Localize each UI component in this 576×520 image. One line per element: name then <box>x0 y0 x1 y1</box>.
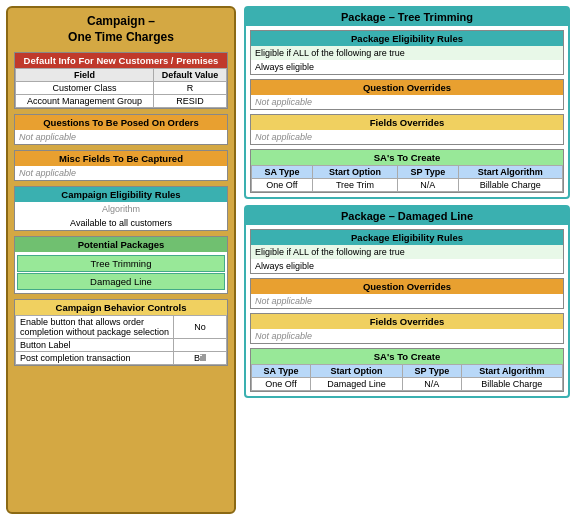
tt-fields: Fields Overrides Not applicable <box>250 114 564 145</box>
col-default-value: Default Value <box>154 69 227 82</box>
dl-questions-content: Not applicable <box>251 294 563 308</box>
behavior-section: Campaign Behavior Controls Enable button… <box>14 299 228 366</box>
dl-eligibility-header: Package Eligibility Rules <box>251 230 563 245</box>
behavior-header: Campaign Behavior Controls <box>15 300 227 315</box>
dl-eligibility: Package Eligibility Rules Eligible if AL… <box>250 229 564 274</box>
eligibility-algorithm-label: Algorithm <box>15 202 227 216</box>
campaign-title: Campaign – One Time Charges <box>14 14 228 45</box>
right-panel: Package – Tree Trimming Package Eligibil… <box>244 6 570 514</box>
eligibility-header: Campaign Eligibility Rules <box>15 187 227 202</box>
sa-col-start: Start Option <box>311 365 403 378</box>
dl-eligibility-always: Always eligible <box>251 259 563 273</box>
tt-fields-content: Not applicable <box>251 130 563 144</box>
tt-fields-header: Fields Overrides <box>251 115 563 130</box>
tt-sa-header: SA's To Create <box>251 150 563 165</box>
damaged-line-body: Package Eligibility Rules Eligible if AL… <box>246 225 568 396</box>
col-field: Field <box>16 69 154 82</box>
table-row: One Off Tree Trim N/A Billable Charge <box>252 179 563 192</box>
dl-questions: Question Overrides Not applicable <box>250 278 564 309</box>
tree-trimming-panel: Package – Tree Trimming Package Eligibil… <box>244 6 570 199</box>
tt-questions-header: Question Overrides <box>251 80 563 95</box>
default-info-table: Field Default Value Customer Class R Acc… <box>15 68 227 108</box>
damaged-line-panel: Package – Damaged Line Package Eligibili… <box>244 205 570 398</box>
default-info-section: Default Info For New Customers / Premise… <box>14 52 228 109</box>
tt-sa-table: SA Type Start Option SP Type Start Algor… <box>251 165 563 192</box>
tree-trimming-body: Package Eligibility Rules Eligible if AL… <box>246 26 568 197</box>
tt-eligibility: Package Eligibility Rules Eligible if AL… <box>250 30 564 75</box>
sa-col-start: Start Option <box>312 166 397 179</box>
table-row: Post completion transaction Bill <box>16 352 227 365</box>
package-damaged-line[interactable]: Damaged Line <box>17 273 225 290</box>
packages-header: Potential Packages <box>15 237 227 252</box>
table-row: Customer Class R <box>16 82 227 95</box>
dl-fields: Fields Overrides Not applicable <box>250 313 564 344</box>
tt-sa: SA's To Create SA Type Start Option SP T… <box>250 149 564 193</box>
tree-trimming-title: Package – Tree Trimming <box>246 8 568 26</box>
sa-col-sp: SP Type <box>403 365 462 378</box>
eligibility-section: Campaign Eligibility Rules Algorithm Ava… <box>14 186 228 231</box>
questions-header: Questions To Be Posed On Orders <box>15 115 227 130</box>
table-row: One Off Damaged Line N/A Billable Charge <box>252 378 563 391</box>
sa-col-alg: Start Algorithm <box>461 365 562 378</box>
left-panel: Campaign – One Time Charges Default Info… <box>6 6 236 514</box>
misc-content: Not applicable <box>15 166 227 180</box>
questions-section: Questions To Be Posed On Orders Not appl… <box>14 114 228 145</box>
dl-questions-header: Question Overrides <box>251 279 563 294</box>
dl-sa: SA's To Create SA Type Start Option SP T… <box>250 348 564 392</box>
dl-fields-header: Fields Overrides <box>251 314 563 329</box>
dl-sa-header: SA's To Create <box>251 349 563 364</box>
misc-section: Misc Fields To Be Captured Not applicabl… <box>14 150 228 181</box>
tt-questions-content: Not applicable <box>251 95 563 109</box>
tt-questions: Question Overrides Not applicable <box>250 79 564 110</box>
behavior-table: Enable button that allows order completi… <box>15 315 227 365</box>
tt-eligibility-always: Always eligible <box>251 60 563 74</box>
sa-col-sp: SP Type <box>398 166 458 179</box>
damaged-line-title: Package – Damaged Line <box>246 207 568 225</box>
package-tree-trimming[interactable]: Tree Trimming <box>17 255 225 272</box>
dl-eligibility-rule: Eligible if ALL of the following are tru… <box>251 245 563 259</box>
table-row: Button Label <box>16 339 227 352</box>
tt-eligibility-rule: Eligible if ALL of the following are tru… <box>251 46 563 60</box>
questions-content: Not applicable <box>15 130 227 144</box>
sa-col-type: SA Type <box>252 365 311 378</box>
packages-section: Potential Packages Tree Trimming Damaged… <box>14 236 228 294</box>
default-info-header: Default Info For New Customers / Premise… <box>15 53 227 68</box>
dl-sa-table: SA Type Start Option SP Type Start Algor… <box>251 364 563 391</box>
table-row: Account Management Group RESID <box>16 95 227 108</box>
misc-header: Misc Fields To Be Captured <box>15 151 227 166</box>
dl-fields-content: Not applicable <box>251 329 563 343</box>
sa-col-type: SA Type <box>252 166 313 179</box>
eligibility-algorithm-value: Available to all customers <box>15 216 227 230</box>
table-row: Enable button that allows order completi… <box>16 316 227 339</box>
sa-col-alg: Start Algorithm <box>458 166 562 179</box>
tt-eligibility-header: Package Eligibility Rules <box>251 31 563 46</box>
